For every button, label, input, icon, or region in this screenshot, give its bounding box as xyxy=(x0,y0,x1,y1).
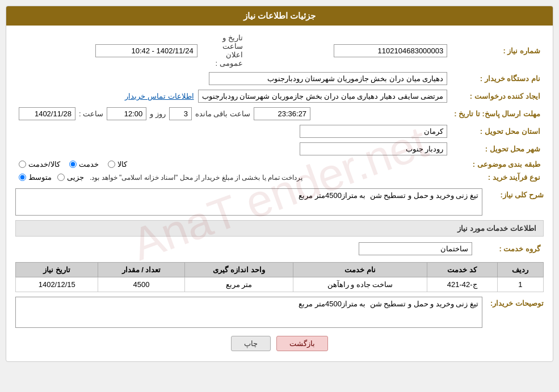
services-table: ردیف کد خدمت نام خدمت واحد اندازه گیری ت… xyxy=(15,262,544,292)
radio-motavasset-input[interactable] xyxy=(19,174,26,181)
radio-kala-label: کالا xyxy=(117,160,127,168)
taariikh-aelan-label: تاریخ و ساعت اعلان عمومی : xyxy=(201,31,246,70)
col-tedadMeqdar: تعداد / مقدار xyxy=(98,263,184,277)
tabaqehbandi-label: طبقه بندی موضوعی : xyxy=(451,158,544,171)
col-vahedAndaze: واحد اندازه گیری xyxy=(184,263,293,277)
table-cell-namKhadamat: ساخت جاده و راهآهن xyxy=(293,277,427,292)
shomareNiaz-label: شماره نیاز : xyxy=(451,31,544,70)
shahrTahvil-label: شهر محل تحویل : xyxy=(451,140,544,158)
date-value: 1402/11/28 xyxy=(19,107,75,120)
shomareNiaz-value: 1102104683000003 xyxy=(334,44,447,57)
shahrTahvil-value: رودبار جنوب xyxy=(300,142,447,155)
col-tareekhNiaz: تاریخ نیاز xyxy=(16,263,98,277)
saat-label: ساعت : xyxy=(79,109,103,118)
radio-jozi-label: جزیی xyxy=(67,173,84,182)
groupKhadamat-label: گروه خدمت : xyxy=(476,240,544,258)
col-radif: ردیف xyxy=(497,263,544,277)
tabaqehbandi-radiogroup: کالا/خدمت خدمت کالا xyxy=(19,160,447,168)
main-card: جزئیات اطلاعات نیاز AnaT ender.net شماره… xyxy=(6,6,553,362)
maande-label: ساعت باقی مانده xyxy=(195,109,250,118)
top-info-table: شماره نیاز : 1102104683000003 تاریخ و سا… xyxy=(15,31,544,184)
col-kodKhadamat: کد خدمت xyxy=(427,263,497,277)
card-body: AnaT ender.net شماره نیاز : 110210468300… xyxy=(6,26,553,361)
roz-label: روز و xyxy=(150,109,166,118)
radio-khadamat-label: خدمت xyxy=(79,160,99,168)
mohlat-label: مهلت ارسال پاسخ: تا تاریخ : xyxy=(451,105,544,123)
namDastgah-label: نام دستگاه خریدار : xyxy=(451,70,544,87)
card-header: جزئیات اطلاعات نیاز xyxy=(6,6,553,26)
ijadKonnande-value: مرتضی سایقی دهیار دهیاری میان دران بخش ج… xyxy=(198,90,448,103)
ijadKonnande-label: ایجاد کننده درخواست : xyxy=(451,87,544,105)
col-namKhadamat: نام خدمت xyxy=(293,263,427,277)
page-title: جزئیات اطلاعات نیاز xyxy=(243,11,316,20)
tosifKharidar-textarea[interactable] xyxy=(15,297,482,328)
page-wrapper: جزئیات اطلاعات نیاز AnaT ender.net شماره… xyxy=(0,0,559,392)
table-cell-radif: 1 xyxy=(497,277,544,292)
tosifKharidar-row: توصیحات خریدار: xyxy=(15,297,544,328)
group-khadamat-table: گروه خدمت : ساختمان xyxy=(15,240,544,258)
radio-kala-input[interactable] xyxy=(108,161,115,168)
chap-button[interactable]: چاپ xyxy=(231,336,271,351)
noeFarayand-radiogroup: متوسط جزیی xyxy=(19,173,84,182)
table-cell-kodKhadamat: ج-42-421 xyxy=(427,277,497,292)
radio-kala-khadamat-label: کالا/خدمت xyxy=(28,160,60,168)
ostanTahvil-label: استان محل تحویل : xyxy=(451,123,544,140)
radio-motavasset-label: متوسط xyxy=(28,173,52,182)
noeFarayand-note: پرداخت تمام یا بخشی از مبلغ خریدار از مح… xyxy=(90,174,302,182)
noeFarayand-row: متوسط جزیی پرداخت تمام یا بخشی از مبلغ خ… xyxy=(19,173,447,182)
radio-kala[interactable]: کالا xyxy=(108,160,127,168)
ostanTahvil-value: کرمان xyxy=(300,125,447,138)
namDastgah-value: دهیاری میان دران بخش جازموریان شهرستان ر… xyxy=(209,72,447,85)
radio-khadamat[interactable]: خدمت xyxy=(69,160,99,168)
radio-jozi-input[interactable] xyxy=(57,174,65,181)
table-cell-tareekhNiaz: 1402/12/15 xyxy=(16,277,98,292)
table-cell-vahedAndaze: متر مربع xyxy=(184,277,293,292)
radio-khadamat-input[interactable] xyxy=(69,161,77,168)
table-row: 1ج-42-421ساخت جاده و راهآهنمتر مربع45001… xyxy=(16,277,544,292)
radio-jozi[interactable]: جزیی xyxy=(57,173,84,182)
ijadKonnande-link[interactable]: اطلاعات تماس خریدار xyxy=(125,92,194,100)
sharhKolli-label: شرح کلی نیاز: xyxy=(487,188,544,199)
groupKhadamat-value: ساختمان xyxy=(359,242,472,255)
radio-kala-khadamat-input[interactable] xyxy=(19,161,26,168)
taariikh-aelan-value: 1402/11/24 - 10:42 xyxy=(95,44,197,57)
tosifKharidar-label: توصیحات خریدار: xyxy=(487,297,544,307)
countdown-value: 23:36:27 xyxy=(254,107,310,120)
sharhKolli-row: شرح کلی نیاز: xyxy=(15,188,544,216)
radio-motavasset[interactable]: متوسط xyxy=(19,173,52,182)
noeFarayand-label: نوع فرآیند خرید : xyxy=(451,171,544,184)
bazgasht-button[interactable]: بازگشت xyxy=(276,336,328,351)
sharhKolli-textarea[interactable] xyxy=(15,188,482,216)
table-cell-tedadMeqdar: 4500 xyxy=(98,277,184,292)
roz-value: 3 xyxy=(169,107,192,120)
btn-row: بازگشت چاپ xyxy=(15,336,544,351)
khadamat-section-header: اطلاعات خدمات مورد نیاز xyxy=(15,220,544,237)
saat-value: 12:00 xyxy=(107,107,146,120)
radio-kala-khadamat[interactable]: کالا/خدمت xyxy=(19,160,60,168)
